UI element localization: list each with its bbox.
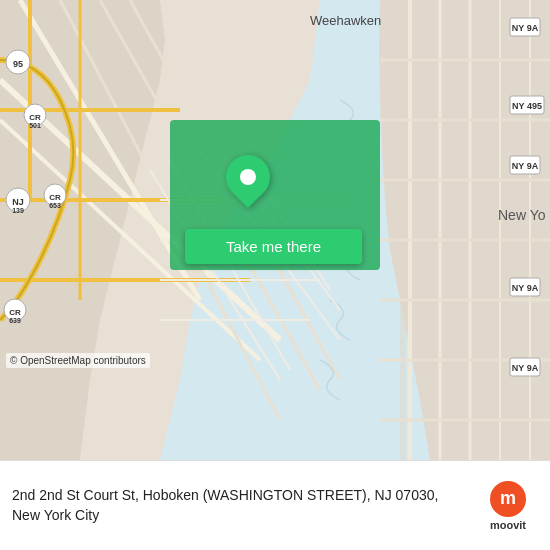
svg-text:NY 495: NY 495 [512,101,542,111]
osm-credit: © OpenStreetMap contributors [6,353,150,368]
bottom-panel: 2nd 2nd St Court St, Hoboken (WASHINGTON… [0,460,550,550]
address-text: 2nd 2nd St Court St, Hoboken (WASHINGTON… [12,486,466,525]
moovit-icon: m [490,481,526,517]
svg-text:NY 9A: NY 9A [512,283,539,293]
svg-text:CR501: CR501 [29,113,41,129]
svg-text:New Yo: New Yo [498,207,546,223]
svg-text:NJ139: NJ139 [12,197,24,214]
svg-text:95: 95 [13,59,23,69]
svg-text:NY 9A: NY 9A [512,363,539,373]
svg-text:CR639: CR639 [9,308,21,324]
svg-text:NY 9A: NY 9A [512,23,539,33]
svg-rect-25 [400,0,406,460]
svg-text:Weehawken: Weehawken [310,13,381,28]
svg-text:CR653: CR653 [49,193,61,209]
map-pin [226,155,270,199]
moovit-logo[interactable]: m moovit [478,481,538,531]
take-me-there-button[interactable]: Take me there [185,229,362,264]
moovit-label: moovit [490,519,526,531]
svg-text:NY 9A: NY 9A [512,161,539,171]
map-container: 95 NJ139 CR501 CR639 CR653 NY 9A NY 495 … [0,0,550,460]
